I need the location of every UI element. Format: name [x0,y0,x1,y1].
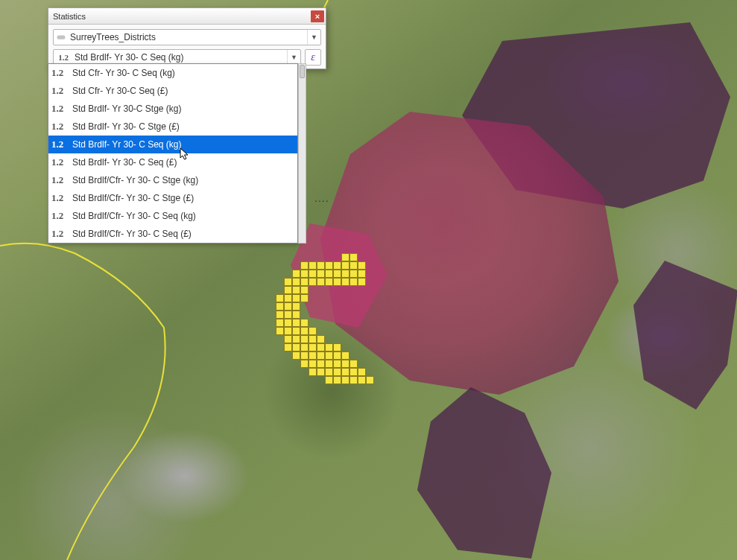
close-button[interactable]: × [311,10,324,22]
field-dropdown-list: 1.2Std Cfr- Yr 30- C Seq (kg)1.2Std Cfr-… [48,63,298,244]
dropdown-item[interactable]: 1.2Std Cfr- Yr 30- C Seq (kg) [48,64,297,82]
numeric-field-icon: 1.2 [51,156,72,168]
dropdown-item[interactable]: 1.2Std Brdlf- Yr 30- C Seq (kg) [48,136,297,153]
dropdown-item-label: Std Brdlf- Yr 30-C Stge (kg) [72,104,182,114]
numeric-field-icon: 1.2 [51,67,72,79]
numeric-field-icon: 1.2 [51,174,72,186]
numeric-field-icon: 1.2 [51,210,72,222]
dropdown-scrollbar[interactable] [298,63,306,244]
expression-button[interactable]: ε [305,49,321,66]
numeric-field-icon: 1.2 [51,121,72,133]
layer-icon [54,34,69,41]
dropdown-item-label: Std Brdlf- Yr 30- C Stge (£) [72,121,180,132]
numeric-field-icon: 1.2 [51,103,72,115]
dropdown-item[interactable]: 1.2Std Brdlf- Yr 30-C Stge (kg) [48,100,297,118]
dialog-title: Statistics [53,12,311,21]
dropdown-item-label: Std Cfr- Yr 30-C Seq (£) [72,86,168,96]
field-combo-text: Std Brdlf- Yr 30- C Seq (kg) [73,52,287,63]
chevron-down-icon[interactable]: ▼ [287,50,300,65]
dropdown-item[interactable]: 1.2Std Brdlf- Yr 30- C Seq (£) [48,153,297,171]
dropdown-item-label: Std Cfr- Yr 30- C Seq (kg) [72,68,175,78]
scrollbar-thumb[interactable] [300,65,305,78]
more-options-button[interactable]: .... [314,192,329,204]
dropdown-item[interactable]: 1.2Std Cfr- Yr 30-C Seq (£) [48,82,297,100]
selected-grid-cells [276,253,395,402]
dropdown-item-label: Std Brdlf/Cfr- Yr 30- C Stge (kg) [72,175,198,185]
dropdown-item-label: Std Brdlf- Yr 30- C Seq (£) [72,157,177,168]
dropdown-item[interactable]: 1.2Std Brdlf/Cfr- Yr 30- C Seq (£) [48,225,297,243]
dialog-body: SurreyTrees_Districts ▼ 1.2 Std Brdlf- Y… [48,25,326,69]
chevron-down-icon[interactable]: ▼ [307,30,320,45]
dropdown-item-label: Std Brdlf/Cfr- Yr 30- C Seq (£) [72,229,192,239]
numeric-field-icon: 1.2 [51,228,72,240]
numeric-field-icon: 1.2 [51,192,72,204]
dropdown-item-label: Std Brdlf/Cfr- Yr 30- C Stge (£) [72,193,194,203]
dropdown-item[interactable]: 1.2Std Brdlf- Yr 30- C Stge (£) [48,118,297,136]
numeric-field-icon: 1.2 [54,53,73,62]
dropdown-item[interactable]: 1.2Std Brdlf/Cfr- Yr 30- C Stge (£) [48,189,297,207]
layer-combo-text: SurreyTrees_Districts [69,32,307,42]
dialog-titlebar[interactable]: Statistics × [48,8,326,25]
dropdown-item-label: Std Brdlf- Yr 30- C Seq (kg) [72,139,182,150]
dropdown-item[interactable]: 1.2Std Brdlf/Cfr- Yr 30- C Seq (kg) [48,207,297,225]
dropdown-item[interactable]: 1.2Std Brdlf/Cfr- Yr 30- C Stge (kg) [48,171,297,189]
numeric-field-icon: 1.2 [51,85,72,97]
numeric-field-icon: 1.2 [51,139,72,150]
layer-combobox[interactable]: SurreyTrees_Districts ▼ [53,29,321,45]
statistics-dialog: Statistics × SurreyTrees_Districts ▼ 1.2… [48,7,326,69]
dropdown-item-label: Std Brdlf/Cfr- Yr 30- C Seq (kg) [72,211,196,221]
